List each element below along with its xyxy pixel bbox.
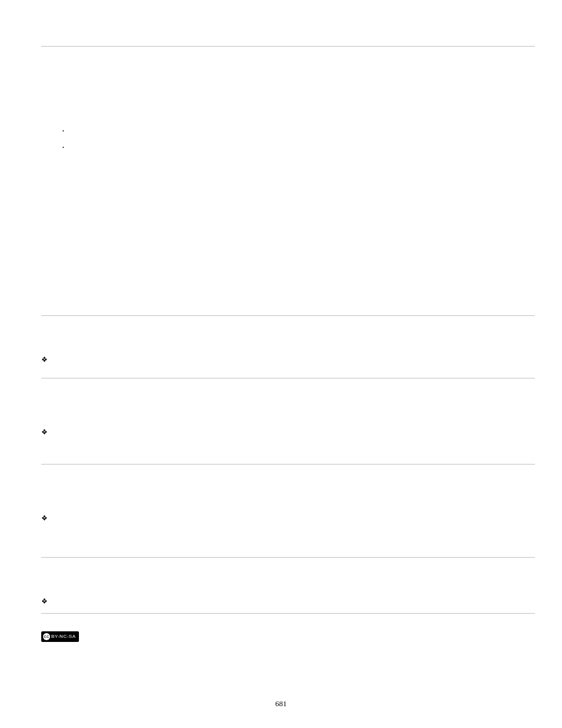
page-number: 681: [0, 699, 562, 709]
bullet-dot-icon: •: [62, 129, 535, 134]
divider: [41, 613, 535, 614]
bullet-diamond-icon: ❖: [41, 515, 535, 522]
bullet-diamond-icon: ❖: [41, 598, 535, 605]
bullet-diamond-icon: ❖: [41, 356, 535, 363]
cc-license-text: BY-NC-SA: [51, 634, 76, 639]
page-content: • • ❖ ❖ ❖ ❖ CCBY-NC-SA: [41, 46, 535, 642]
cc-logo-icon: CC: [43, 633, 50, 640]
cc-license-badge: CCBY-NC-SA: [41, 631, 79, 642]
bullet-list: • •: [62, 129, 535, 150]
divider: [41, 46, 535, 47]
bullet-dot-icon: •: [62, 146, 535, 150]
bullet-diamond-icon: ❖: [41, 429, 535, 436]
